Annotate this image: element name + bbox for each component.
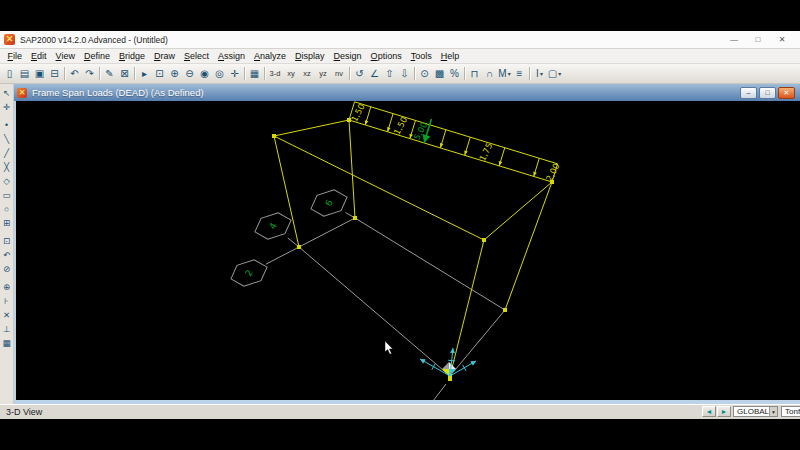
new-model-button[interactable]: ▯	[2, 66, 17, 82]
move-down-in-list-button[interactable]: ⇩	[397, 66, 412, 82]
view-xy-button[interactable]: xy	[283, 66, 299, 82]
menu-help[interactable]: Help	[436, 51, 464, 61]
menu-analyze[interactable]: Analyze	[250, 51, 291, 61]
draw-solid-button[interactable]: ⊞	[1, 216, 13, 230]
refresh-view-button[interactable]: ✎	[102, 66, 117, 82]
model-viewport[interactable]: 2461,501,501,752,005,00	[16, 101, 800, 400]
sap2000-logo-icon: ✕	[4, 34, 15, 45]
subwindow-restore-button[interactable]: □	[759, 87, 776, 99]
menu-tools[interactable]: Tools	[406, 51, 436, 61]
view-yz-button[interactable]: yz	[315, 66, 331, 82]
run-analysis-button[interactable]: ▸	[137, 66, 152, 82]
toolbar-separator	[349, 67, 350, 80]
side-toolbar: ↖✛•╲╱╳◇▭○⊞⊡↶⊘⊕⊦✕⊥▦	[0, 84, 14, 404]
toolbar-separator	[134, 67, 135, 80]
zoom-in-button[interactable]: ⊕	[167, 66, 182, 82]
chevron-down-icon: ▼	[769, 407, 777, 416]
move-up-in-list-button[interactable]: ⇧	[382, 66, 397, 82]
clear-selection-button[interactable]: ⊘	[1, 262, 13, 276]
menu-view[interactable]: View	[51, 51, 79, 61]
coordinate-system-combo[interactable]: GLOBAL ▼	[733, 406, 778, 417]
menu-edit[interactable]: Edit	[27, 51, 52, 61]
snap-to-midpoints-button[interactable]: ⊦	[1, 294, 13, 308]
subwindow-minimize-button[interactable]: –	[740, 87, 757, 99]
subwindow-titlebar: ✕ Frame Span Loads (DEAD) (As Defined) –…	[14, 84, 800, 101]
perspective-toggle-button[interactable]: ∠	[367, 66, 382, 82]
print-button[interactable]: ⊟	[47, 66, 62, 82]
screen: ✕ SAP2000 v14.2.0 Advanced - (Untitled) …	[0, 0, 800, 450]
quick-draw-braces-button[interactable]: ╳	[1, 160, 13, 174]
menu-file[interactable]: File	[3, 51, 27, 61]
draw-poly-area-button[interactable]: ○	[1, 202, 13, 216]
rotate-3d-view-button[interactable]: ↺	[352, 66, 367, 82]
close-button[interactable]: ✕	[770, 33, 794, 47]
pan-button[interactable]: ✛	[227, 66, 242, 82]
start-animation-prev-button[interactable]: ◄	[702, 406, 716, 417]
object-shrink-toggle-button[interactable]: ⊙	[417, 66, 432, 82]
end-releases-button[interactable]: ≡	[512, 66, 527, 82]
select-pointer-button[interactable]: ↖	[1, 86, 13, 100]
save-model-button[interactable]: ▣	[32, 66, 47, 82]
subwindow-title: Frame Span Loads (DEAD) (As Defined)	[32, 87, 204, 98]
section-designer-button[interactable]: ▢▾	[547, 66, 562, 82]
view-xz-button[interactable]: xz	[299, 66, 315, 82]
zoom-out-button[interactable]: ⊖	[182, 66, 197, 82]
rubber-band-zoom-button[interactable]: ⊡	[152, 66, 167, 82]
svg-text:1,75: 1,75	[477, 141, 495, 162]
moment-diagram-button[interactable]: M▾	[497, 66, 512, 82]
menu-assign[interactable]: Assign	[214, 51, 250, 61]
lock-model-button[interactable]: ⊠	[117, 66, 132, 82]
redo-button[interactable]: ↷	[82, 66, 97, 82]
chevron-down-icon: ▾	[558, 71, 561, 77]
units-value: Tonf, m, C	[785, 407, 800, 416]
open-file-button[interactable]: ▤	[17, 66, 32, 82]
snap-perpendicular-button[interactable]: ⊥	[1, 322, 13, 336]
select-all-button[interactable]: ⊡	[1, 234, 13, 248]
zoom-full-button[interactable]: ◉	[197, 66, 212, 82]
units-combo[interactable]: Tonf, m, C	[781, 406, 800, 417]
menu-select[interactable]: Select	[179, 51, 213, 61]
zoom-previous-button[interactable]: ◎	[212, 66, 227, 82]
structural-model-scene: 2461,501,501,752,005,00	[16, 101, 800, 400]
snap-to-grid-button[interactable]: ▦	[1, 336, 13, 350]
view-3d-button[interactable]: 3-d	[267, 66, 283, 82]
menu-design[interactable]: Design	[329, 51, 366, 61]
snapshot-button[interactable]: ▦	[247, 66, 262, 82]
reshape-object-button[interactable]: ✛	[1, 100, 13, 114]
start-animation-next-button[interactable]: ►	[717, 406, 731, 417]
area-section-button[interactable]: ∩	[482, 66, 497, 82]
i-section-list-button[interactable]: I▾	[532, 66, 547, 82]
menu-bar: FileEditViewDefineBridgeDrawSelectAssign…	[0, 49, 800, 64]
toolbar-separator	[414, 67, 415, 80]
workspace: ↖✛•╲╱╳◇▭○⊞⊡↶⊘⊕⊦✕⊥▦ ✕ Frame Span Loads (D…	[0, 84, 800, 404]
quick-draw-area-button[interactable]: ▭	[1, 188, 13, 202]
draw-area-button[interactable]: ◇	[1, 174, 13, 188]
svg-text:2,00: 2,00	[544, 162, 562, 183]
subwindow-close-button[interactable]: ✕	[778, 87, 795, 99]
snap-to-joints-button[interactable]: ⊕	[1, 280, 13, 294]
toolbar-separator	[64, 67, 65, 80]
toolbar-separator	[264, 67, 265, 80]
chevron-down-icon: ▾	[508, 71, 511, 77]
show-values-button[interactable]: %	[447, 66, 462, 82]
draw-frame-button[interactable]: ╲	[1, 132, 13, 146]
menu-options[interactable]: Options	[366, 51, 406, 61]
draw-special-joint-button[interactable]: •	[1, 118, 13, 132]
view-nv-button[interactable]: nv	[331, 66, 347, 82]
maximize-button[interactable]: □	[746, 33, 770, 47]
set-display-options-button[interactable]: ▩	[432, 66, 447, 82]
titlebar: ✕ SAP2000 v14.2.0 Advanced - (Untitled) …	[0, 31, 800, 49]
snap-to-intersections-button[interactable]: ✕	[1, 308, 13, 322]
menu-define[interactable]: Define	[79, 51, 114, 61]
menu-bridge[interactable]: Bridge	[114, 51, 149, 61]
get-previous-selection-button[interactable]: ↶	[1, 248, 13, 262]
quick-draw-frame-button[interactable]: ╱	[1, 146, 13, 160]
svg-text:4: 4	[267, 221, 279, 231]
display-subwindow: ✕ Frame Span Loads (DEAD) (As Defined) –…	[14, 84, 800, 404]
minimize-button[interactable]: —	[722, 33, 746, 47]
window-controls: — □ ✕	[722, 33, 796, 47]
menu-display[interactable]: Display	[291, 51, 330, 61]
undo-button[interactable]: ↶	[67, 66, 82, 82]
menu-draw[interactable]: Draw	[149, 51, 179, 61]
frame-section-button[interactable]: ⊓	[467, 66, 482, 82]
